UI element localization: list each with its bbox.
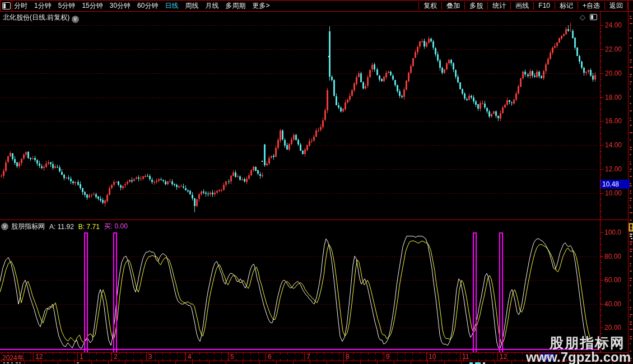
- stock-title-label: 北化股份(日线.前复权): [3, 13, 69, 21]
- tab-30分钟[interactable]: 30分钟: [110, 1, 131, 11]
- x-axis-month-label: 1: [80, 353, 83, 361]
- tab-多周期[interactable]: 多周期: [225, 1, 245, 11]
- button-标记[interactable]: 标记: [555, 2, 578, 10]
- watermark-line2: www.7gpzb.com: [526, 350, 631, 364]
- watermark: 股朋指标网 www.7gpzb.com: [526, 335, 631, 364]
- tab-5分钟[interactable]: 5分钟: [58, 1, 76, 11]
- x-axis-month-label: 2: [114, 353, 118, 361]
- period-tabs: 分时1分钟5分钟15分钟30分钟60分钟日线周线月线多周期更多>: [14, 0, 276, 11]
- indicator-field: A: 11.92: [49, 223, 74, 231]
- x-axis-month-label: 3: [148, 353, 152, 361]
- button-画线[interactable]: 画线: [510, 2, 533, 10]
- button-+自选[interactable]: +自选: [578, 2, 604, 10]
- x-axis-month-label: 9: [386, 353, 390, 361]
- tab-分时[interactable]: 分时: [14, 1, 27, 11]
- x-axis-month-label: 12: [35, 353, 43, 361]
- tab-15分钟[interactable]: 15分钟: [82, 1, 103, 11]
- x-axis-month-label: 7: [306, 353, 310, 361]
- price-axis-label: 20.00: [605, 69, 622, 77]
- indicator-axis-label: 80.00: [604, 253, 621, 260]
- x-axis-month-label: 5: [230, 353, 234, 361]
- toolbar-right-buttons: 复权叠加多股统计画线F10标记+自选返回: [418, 0, 628, 11]
- x-axis-month-label: 12: [500, 353, 507, 361]
- x-axis-year-label: 2024年: [2, 353, 24, 363]
- button-多股[interactable]: 多股: [464, 2, 487, 10]
- button-返回[interactable]: 返回: [604, 2, 628, 10]
- tab-更多>[interactable]: 更多>: [252, 1, 269, 11]
- button-复权[interactable]: 复权: [418, 2, 441, 10]
- x-axis-month-label: 11: [462, 353, 469, 361]
- tab-月线[interactable]: 月线: [205, 1, 218, 11]
- button-F10[interactable]: F10: [533, 2, 555, 10]
- tab-1分钟[interactable]: 1分钟: [34, 1, 52, 11]
- indicator-field: B: 7.71: [78, 223, 100, 231]
- indicator-header: v 股朋指标网 A: 11.92B: 7.71买: 0.00: [1, 222, 128, 231]
- button-统计[interactable]: 统计: [487, 2, 510, 10]
- x-axis-month-label: 10: [429, 353, 436, 361]
- price-tag: 10.48: [601, 180, 630, 189]
- trading-app-window: 分时1分钟5分钟15分钟30分钟60分钟日线周线月线多周期更多> 复权叠加多股统…: [0, 0, 633, 364]
- price-axis-label: 24.00: [605, 21, 622, 29]
- indicator-axis-label: 60.00: [604, 276, 621, 284]
- indicator-name[interactable]: 股朋指标网: [11, 222, 45, 231]
- x-axis-month-label: 4: [188, 353, 192, 361]
- indicator-axis-label: 20.00: [604, 324, 621, 332]
- pane-toggle-icon[interactable]: [590, 14, 597, 20]
- price-axis-label: 22.00: [605, 45, 622, 53]
- x-axis-month-label: 6: [268, 353, 272, 361]
- chart-canvas[interactable]: [0, 0, 633, 364]
- top-toolbar: 分时1分钟5分钟15分钟30分钟60分钟日线周线月线多周期更多> 复权叠加多股统…: [0, 0, 633, 11]
- x-axis-month-label: 8: [346, 353, 350, 361]
- button-叠加[interactable]: 叠加: [441, 2, 464, 10]
- price-axis-label: 14.00: [605, 141, 622, 149]
- tab-周线[interactable]: 周线: [185, 1, 198, 11]
- tab-日线[interactable]: 日线: [165, 1, 178, 11]
- window-split-icon[interactable]: [2, 2, 11, 10]
- indicator-axis-label: 100.0: [604, 228, 621, 236]
- chevron-down-icon[interactable]: v: [72, 16, 79, 23]
- price-axis-label: 12.00: [605, 165, 622, 173]
- price-axis-label: 16.00: [605, 117, 622, 125]
- watermark-line1: 股朋指标网: [526, 335, 625, 350]
- indicator-field: 买: 0.00: [104, 222, 128, 231]
- tab-60分钟[interactable]: 60分钟: [137, 1, 158, 11]
- price-axis-label: 10.00: [605, 189, 622, 197]
- indicator-axis-label: 40.00: [604, 300, 621, 308]
- stock-title: 北化股份(日线.前复权) v: [3, 13, 79, 23]
- diamond-icon[interactable]: ◇: [580, 13, 585, 21]
- price-axis-label: 18.00: [605, 94, 622, 101]
- indicator-chevron-down-icon[interactable]: v: [1, 223, 8, 230]
